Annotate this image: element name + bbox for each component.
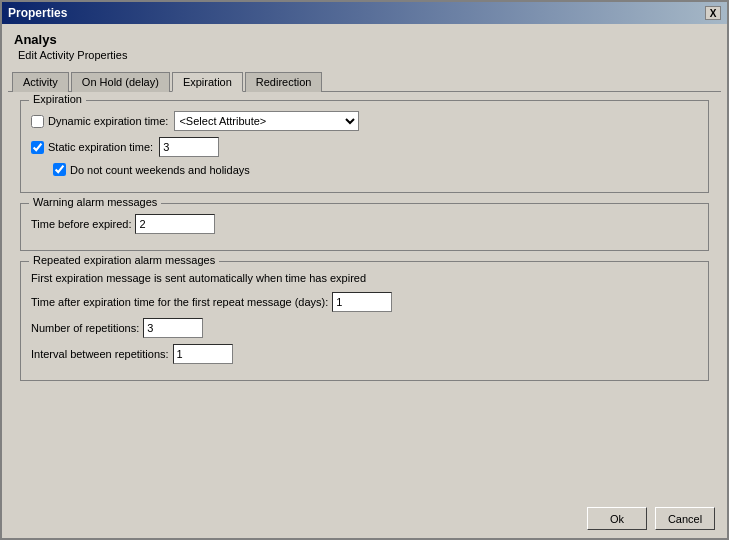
static-checkbox-label[interactable]: Static expiration time: <box>31 141 153 154</box>
time-after-label: Time after expiration time for the first… <box>31 296 328 308</box>
static-expiration-input[interactable] <box>159 137 219 157</box>
main-content: Expiration Dynamic expiration time: <Sel… <box>8 91 721 499</box>
ok-button[interactable]: Ok <box>587 507 647 530</box>
expiration-group-content: Dynamic expiration time: <Select Attribu… <box>31 111 698 176</box>
warning-alarm-content: Time before expired: <box>31 214 698 234</box>
attribute-select[interactable]: <Select Attribute> <box>174 111 359 131</box>
time-after-row: Time after expiration time for the first… <box>31 292 698 312</box>
static-checkbox[interactable] <box>31 141 44 154</box>
tabs-bar: Activity On Hold (delay) Expiration Redi… <box>2 65 727 91</box>
time-before-row: Time before expired: <box>31 214 698 234</box>
repeated-alarm-group: Repeated expiration alarm messages First… <box>20 261 709 381</box>
weekends-row: Do not count weekends and holidays <box>31 163 698 176</box>
dynamic-checkbox-label[interactable]: Dynamic expiration time: <box>31 115 168 128</box>
dynamic-checkbox[interactable] <box>31 115 44 128</box>
repeated-alarm-title: Repeated expiration alarm messages <box>29 254 219 266</box>
weekends-checkbox-label[interactable]: Do not count weekends and holidays <box>53 163 250 176</box>
dynamic-row: Dynamic expiration time: <Select Attribu… <box>31 111 698 131</box>
interval-label: Interval between repetitions: <box>31 348 169 360</box>
interval-input[interactable] <box>173 344 233 364</box>
title-bar-text: Properties <box>8 6 67 20</box>
expiration-group: Expiration Dynamic expiration time: <Sel… <box>20 100 709 193</box>
repeated-alarm-info: First expiration message is sent automat… <box>31 272 698 284</box>
app-name: Analys <box>14 32 715 47</box>
time-after-input[interactable] <box>332 292 392 312</box>
repetitions-label: Number of repetitions: <box>31 322 139 334</box>
weekends-checkbox[interactable] <box>53 163 66 176</box>
expiration-group-title: Expiration <box>29 93 86 105</box>
warning-alarm-title: Warning alarm messages <box>29 196 161 208</box>
repeated-alarm-content: First expiration message is sent automat… <box>31 272 698 364</box>
repetitions-input[interactable] <box>143 318 203 338</box>
title-bar: Properties X <box>2 2 727 24</box>
repetitions-row: Number of repetitions: <box>31 318 698 338</box>
static-row: Static expiration time: <box>31 137 698 157</box>
properties-dialog: Properties X Analys Edit Activity Proper… <box>0 0 729 540</box>
close-button[interactable]: X <box>705 6 721 20</box>
footer: Ok Cancel <box>2 499 727 538</box>
time-before-input[interactable] <box>135 214 215 234</box>
time-before-label: Time before expired: <box>31 218 131 230</box>
tab-activity[interactable]: Activity <box>12 72 69 92</box>
tab-onhold[interactable]: On Hold (delay) <box>71 72 170 92</box>
tab-redirection[interactable]: Redirection <box>245 72 323 92</box>
tab-expiration[interactable]: Expiration <box>172 72 243 92</box>
warning-alarm-group: Warning alarm messages Time before expir… <box>20 203 709 251</box>
interval-row: Interval between repetitions: <box>31 344 698 364</box>
dialog-header: Analys Edit Activity Properties <box>2 24 727 65</box>
sub-title: Edit Activity Properties <box>14 49 715 61</box>
cancel-button[interactable]: Cancel <box>655 507 715 530</box>
